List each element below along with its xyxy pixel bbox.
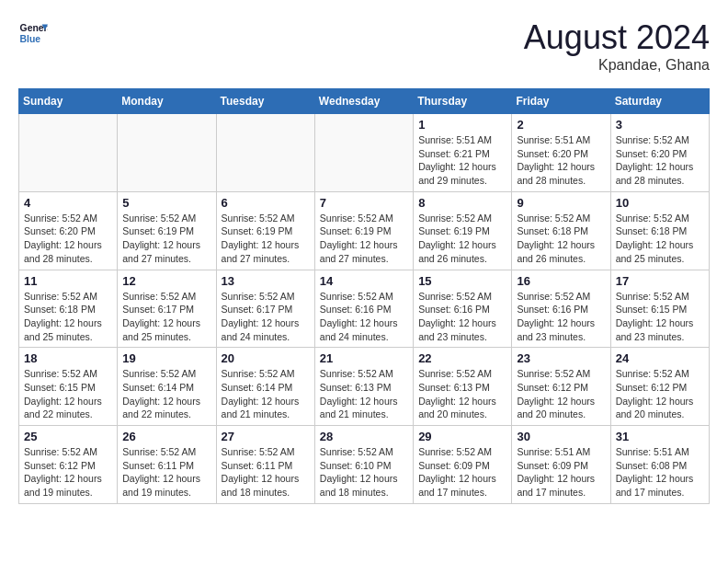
calendar-header-saturday: Saturday	[610, 89, 709, 114]
day-number: 22	[418, 351, 506, 365]
day-number: 15	[418, 274, 506, 288]
calendar-cell: 30Sunrise: 5:51 AMSunset: 6:09 PMDayligh…	[512, 426, 610, 504]
day-info: Sunrise: 5:52 AMSunset: 6:19 PMDaylight:…	[418, 212, 506, 266]
day-info: Sunrise: 5:52 AMSunset: 6:19 PMDaylight:…	[320, 212, 408, 266]
calendar-cell: 7Sunrise: 5:52 AMSunset: 6:19 PMDaylight…	[314, 191, 413, 270]
day-number: 1	[418, 118, 506, 132]
calendar-cell: 2Sunrise: 5:51 AMSunset: 6:20 PMDaylight…	[512, 114, 610, 192]
calendar-cell: 10Sunrise: 5:52 AMSunset: 6:18 PMDayligh…	[610, 191, 709, 270]
day-number: 30	[517, 430, 605, 443]
calendar-cell: 16Sunrise: 5:52 AMSunset: 6:16 PMDayligh…	[512, 270, 610, 348]
calendar-cell: 21Sunrise: 5:52 AMSunset: 6:13 PMDayligh…	[314, 348, 413, 426]
calendar-cell: 27Sunrise: 5:52 AMSunset: 6:11 PMDayligh…	[216, 426, 314, 504]
day-info: Sunrise: 5:51 AMSunset: 6:08 PMDaylight:…	[616, 445, 704, 500]
calendar-cell: 18Sunrise: 5:52 AMSunset: 6:15 PMDayligh…	[19, 348, 118, 426]
calendar-week-row: 11Sunrise: 5:52 AMSunset: 6:18 PMDayligh…	[19, 270, 710, 348]
day-number: 6	[222, 196, 310, 210]
day-number: 24	[616, 351, 704, 365]
calendar-cell: 25Sunrise: 5:52 AMSunset: 6:12 PMDayligh…	[19, 426, 118, 504]
calendar-cell	[314, 114, 413, 192]
day-info: Sunrise: 5:52 AMSunset: 6:20 PMDaylight:…	[24, 212, 112, 266]
day-number: 29	[418, 430, 506, 443]
calendar-cell: 1Sunrise: 5:51 AMSunset: 6:21 PMDaylight…	[414, 114, 512, 192]
calendar-cell: 20Sunrise: 5:52 AMSunset: 6:14 PMDayligh…	[216, 348, 314, 426]
calendar-header-sunday: Sunday	[19, 89, 118, 114]
calendar-cell: 4Sunrise: 5:52 AMSunset: 6:20 PMDaylight…	[19, 191, 118, 270]
day-info: Sunrise: 5:52 AMSunset: 6:19 PMDaylight:…	[122, 212, 210, 266]
calendar-cell: 11Sunrise: 5:52 AMSunset: 6:18 PMDayligh…	[19, 270, 118, 348]
calendar-cell	[19, 114, 118, 192]
month-year: August 2024	[524, 18, 710, 57]
day-number: 17	[616, 274, 704, 288]
day-info: Sunrise: 5:52 AMSunset: 6:16 PMDaylight:…	[517, 290, 605, 344]
day-info: Sunrise: 5:52 AMSunset: 6:20 PMDaylight:…	[616, 133, 704, 188]
calendar-cell: 29Sunrise: 5:52 AMSunset: 6:09 PMDayligh…	[414, 426, 512, 504]
day-info: Sunrise: 5:52 AMSunset: 6:17 PMDaylight:…	[122, 290, 210, 344]
calendar-header-monday: Monday	[118, 89, 216, 114]
day-info: Sunrise: 5:52 AMSunset: 6:15 PMDaylight:…	[616, 290, 704, 344]
calendar-cell: 17Sunrise: 5:52 AMSunset: 6:15 PMDayligh…	[610, 270, 709, 348]
calendar-header-tuesday: Tuesday	[216, 89, 314, 114]
day-number: 2	[517, 118, 605, 132]
calendar-cell: 5Sunrise: 5:52 AMSunset: 6:19 PMDaylight…	[118, 191, 216, 270]
day-info: Sunrise: 5:51 AMSunset: 6:20 PMDaylight:…	[517, 133, 605, 188]
calendar-cell: 3Sunrise: 5:52 AMSunset: 6:20 PMDaylight…	[610, 114, 709, 192]
calendar-cell	[118, 114, 216, 192]
day-info: Sunrise: 5:52 AMSunset: 6:13 PMDaylight:…	[320, 367, 408, 421]
calendar-cell: 15Sunrise: 5:52 AMSunset: 6:16 PMDayligh…	[414, 270, 512, 348]
calendar-cell: 31Sunrise: 5:51 AMSunset: 6:08 PMDayligh…	[610, 426, 709, 504]
calendar-week-row: 18Sunrise: 5:52 AMSunset: 6:15 PMDayligh…	[19, 348, 710, 426]
calendar-cell: 19Sunrise: 5:52 AMSunset: 6:14 PMDayligh…	[118, 348, 216, 426]
calendar-cell	[216, 114, 314, 192]
day-info: Sunrise: 5:51 AMSunset: 6:09 PMDaylight:…	[517, 445, 605, 500]
day-number: 27	[222, 430, 310, 443]
day-info: Sunrise: 5:52 AMSunset: 6:12 PMDaylight:…	[517, 367, 605, 421]
location: Kpandae, Ghana	[524, 57, 710, 74]
calendar-week-row: 25Sunrise: 5:52 AMSunset: 6:12 PMDayligh…	[19, 426, 710, 504]
day-info: Sunrise: 5:52 AMSunset: 6:14 PMDaylight:…	[122, 367, 210, 421]
day-info: Sunrise: 5:52 AMSunset: 6:18 PMDaylight:…	[517, 212, 605, 266]
day-info: Sunrise: 5:52 AMSunset: 6:12 PMDaylight:…	[616, 367, 704, 421]
day-number: 5	[122, 196, 210, 210]
calendar-table: SundayMondayTuesdayWednesdayThursdayFrid…	[18, 88, 710, 504]
title-block: August 2024 Kpandae, Ghana	[524, 18, 710, 74]
calendar-week-row: 4Sunrise: 5:52 AMSunset: 6:20 PMDaylight…	[19, 191, 710, 270]
calendar-header-wednesday: Wednesday	[314, 89, 413, 114]
day-number: 13	[222, 274, 310, 288]
day-number: 28	[320, 430, 408, 443]
day-info: Sunrise: 5:52 AMSunset: 6:12 PMDaylight:…	[24, 445, 112, 500]
day-number: 16	[517, 274, 605, 288]
calendar-cell: 12Sunrise: 5:52 AMSunset: 6:17 PMDayligh…	[118, 270, 216, 348]
day-number: 21	[320, 351, 408, 365]
day-info: Sunrise: 5:52 AMSunset: 6:18 PMDaylight:…	[616, 212, 704, 266]
day-number: 26	[122, 430, 210, 443]
logo-icon: General Blue	[18, 18, 48, 48]
calendar-cell: 22Sunrise: 5:52 AMSunset: 6:13 PMDayligh…	[414, 348, 512, 426]
day-number: 11	[24, 274, 112, 288]
calendar-week-row: 1Sunrise: 5:51 AMSunset: 6:21 PMDaylight…	[19, 114, 710, 192]
day-number: 10	[616, 196, 704, 210]
calendar-cell: 26Sunrise: 5:52 AMSunset: 6:11 PMDayligh…	[118, 426, 216, 504]
day-number: 14	[320, 274, 408, 288]
day-info: Sunrise: 5:52 AMSunset: 6:18 PMDaylight:…	[24, 290, 112, 344]
day-number: 3	[616, 118, 704, 132]
day-info: Sunrise: 5:52 AMSunset: 6:13 PMDaylight:…	[418, 367, 506, 421]
day-info: Sunrise: 5:52 AMSunset: 6:15 PMDaylight:…	[24, 367, 112, 421]
calendar-cell: 28Sunrise: 5:52 AMSunset: 6:10 PMDayligh…	[314, 426, 413, 504]
day-number: 19	[122, 351, 210, 365]
svg-text:Blue: Blue	[20, 34, 41, 44]
logo: General Blue	[18, 18, 48, 48]
day-info: Sunrise: 5:52 AMSunset: 6:19 PMDaylight:…	[222, 212, 310, 266]
calendar-cell: 23Sunrise: 5:52 AMSunset: 6:12 PMDayligh…	[512, 348, 610, 426]
day-number: 12	[122, 274, 210, 288]
day-number: 25	[24, 430, 112, 443]
calendar-cell: 9Sunrise: 5:52 AMSunset: 6:18 PMDaylight…	[512, 191, 610, 270]
day-number: 20	[222, 351, 310, 365]
calendar-header-friday: Friday	[512, 89, 610, 114]
day-info: Sunrise: 5:52 AMSunset: 6:14 PMDaylight:…	[222, 367, 310, 421]
calendar-header-thursday: Thursday	[414, 89, 512, 114]
calendar-cell: 6Sunrise: 5:52 AMSunset: 6:19 PMDaylight…	[216, 191, 314, 270]
calendar-cell: 24Sunrise: 5:52 AMSunset: 6:12 PMDayligh…	[610, 348, 709, 426]
day-info: Sunrise: 5:52 AMSunset: 6:10 PMDaylight:…	[320, 445, 408, 500]
page-header: General Blue August 2024 Kpandae, Ghana	[18, 18, 710, 74]
